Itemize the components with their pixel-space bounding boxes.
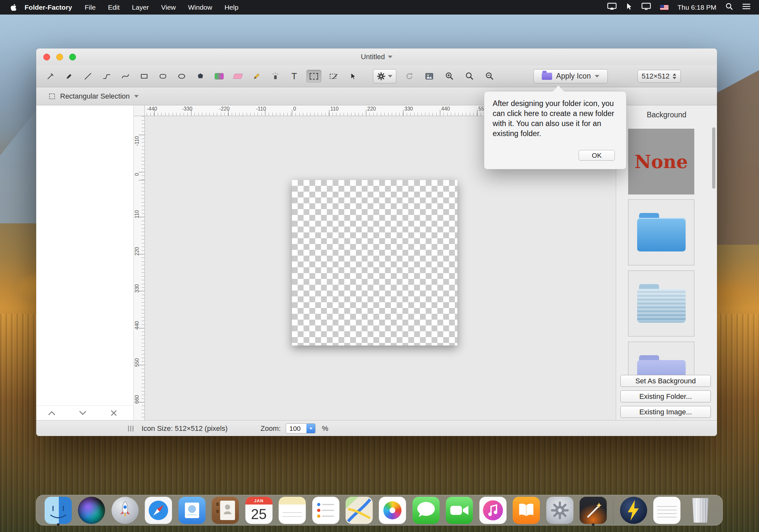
panel-resize-grip[interactable] bbox=[128, 421, 134, 436]
spotlight-search-icon[interactable] bbox=[725, 3, 733, 12]
mail-icon bbox=[179, 497, 206, 524]
text-tool-button[interactable]: T bbox=[288, 70, 300, 83]
airplay-display-icon[interactable] bbox=[607, 3, 617, 12]
folder-factory-window: Untitled bbox=[36, 49, 717, 436]
dock-item-photos[interactable] bbox=[379, 497, 406, 525]
popover-ok-button[interactable]: OK bbox=[579, 150, 615, 161]
photos-flower bbox=[383, 501, 401, 519]
h-ruler-label: -220 bbox=[219, 106, 229, 112]
dock-item-notes[interactable] bbox=[279, 497, 306, 525]
existing-folder-button[interactable]: Existing Folder... bbox=[620, 391, 711, 402]
selection-mode-label[interactable]: Rectangular Selection bbox=[60, 92, 130, 100]
menu-clock[interactable]: Thu 6:18 PM bbox=[678, 4, 716, 11]
dock-item-reminders[interactable] bbox=[312, 497, 340, 525]
rectangle-tool-button[interactable] bbox=[138, 70, 151, 83]
display-icon[interactable] bbox=[641, 3, 651, 12]
brush-tool-button[interactable] bbox=[63, 70, 76, 83]
window-title: Untitled bbox=[361, 53, 385, 61]
chevron-down-icon[interactable] bbox=[134, 95, 139, 97]
dock-item-siri[interactable] bbox=[78, 497, 105, 525]
chevron-down-icon bbox=[388, 75, 392, 78]
rectangular-selection-tool-button[interactable] bbox=[306, 70, 321, 83]
menu-file[interactable]: File bbox=[79, 4, 102, 11]
calendar-icon: JAN 25 bbox=[245, 497, 272, 524]
transparent-canvas[interactable] bbox=[292, 180, 458, 346]
gradient-tool-button[interactable] bbox=[213, 70, 226, 83]
background-thumb-blue-folder[interactable] bbox=[628, 200, 694, 265]
zoom-in-button[interactable] bbox=[442, 69, 457, 83]
menu-help[interactable]: Help bbox=[218, 4, 244, 11]
dock-item-ibooks[interactable] bbox=[513, 497, 540, 525]
rotate-button[interactable] bbox=[402, 69, 416, 83]
move-layer-up-button[interactable] bbox=[36, 409, 67, 417]
dock-item-maps[interactable] bbox=[345, 497, 373, 525]
dock-item-facetime[interactable] bbox=[446, 497, 473, 525]
dock-item-contacts[interactable] bbox=[212, 497, 239, 525]
dock-item-itunes[interactable] bbox=[479, 497, 506, 525]
curve-tool-button[interactable] bbox=[119, 70, 132, 83]
ellipse-tool-button[interactable] bbox=[175, 70, 188, 83]
menu-window[interactable]: Window bbox=[182, 4, 219, 11]
photos-icon bbox=[379, 497, 406, 524]
blue-folder-icon bbox=[637, 218, 686, 251]
background-thumb-none[interactable]: None bbox=[628, 129, 694, 195]
dock-item-trash[interactable] bbox=[687, 497, 714, 525]
v-ruler-label: 330 bbox=[134, 284, 140, 293]
zoom-actual-button[interactable] bbox=[462, 69, 476, 83]
calendar-month: JAN bbox=[245, 497, 272, 505]
popover-text: After designing your folder icon, you ca… bbox=[484, 92, 626, 139]
zoom-dropdown-button[interactable] bbox=[306, 424, 315, 433]
apple-menu-icon[interactable] bbox=[10, 4, 18, 11]
h-ruler-label: 220 bbox=[367, 106, 376, 112]
menu-view[interactable]: View bbox=[155, 4, 182, 11]
background-thumb-textured-folder[interactable] bbox=[628, 271, 694, 336]
magic-selection-tool-button[interactable] bbox=[327, 70, 340, 83]
icon-size-stepper[interactable]: 512×512 bbox=[637, 70, 681, 83]
eraser-tool-button[interactable] bbox=[231, 70, 244, 83]
stepper-arrows-icon bbox=[672, 73, 677, 80]
title-chevron-icon[interactable] bbox=[388, 56, 392, 58]
remote-cursor-icon[interactable] bbox=[626, 3, 632, 12]
line-tool-button[interactable] bbox=[81, 70, 95, 83]
dock-item-calendar[interactable]: JAN 25 bbox=[245, 497, 272, 525]
marker-tool-button[interactable] bbox=[250, 70, 263, 83]
dock-item-messages[interactable] bbox=[413, 497, 440, 525]
us-flag-icon[interactable] bbox=[660, 5, 668, 10]
dock-item-safari[interactable] bbox=[145, 497, 172, 525]
zoom-out-button[interactable] bbox=[482, 69, 497, 83]
polygon-tool-button[interactable] bbox=[194, 70, 207, 83]
delete-layer-button[interactable] bbox=[98, 409, 129, 417]
pen-tool-button[interactable] bbox=[44, 70, 57, 83]
dock-item-system-preferences[interactable] bbox=[546, 497, 574, 525]
notification-center-icon[interactable] bbox=[742, 3, 751, 12]
insert-image-button[interactable] bbox=[422, 69, 436, 83]
menu-app-name[interactable]: Folder-Factory bbox=[22, 4, 79, 11]
set-as-background-button[interactable]: Set As Background bbox=[620, 375, 711, 387]
move-layer-down-button[interactable] bbox=[67, 409, 98, 417]
polyline-tool-button[interactable] bbox=[100, 70, 113, 83]
settings-dropdown-button[interactable] bbox=[373, 69, 396, 83]
chevron-down-icon bbox=[309, 428, 313, 430]
dock-item-folder-factory[interactable] bbox=[579, 497, 607, 525]
dock-item-launchpad[interactable] bbox=[111, 497, 139, 525]
dock-item-finder[interactable] bbox=[45, 497, 72, 525]
zoom-input[interactable]: 100 bbox=[286, 423, 315, 434]
zoom-value[interactable]: 100 bbox=[286, 424, 306, 433]
dock-item-textedit[interactable] bbox=[653, 497, 680, 525]
background-sidebar: Background None Set As Background Existi… bbox=[616, 105, 717, 420]
sidebar-scrollbar[interactable] bbox=[712, 127, 715, 189]
apply-icon-button[interactable]: Apply Icon bbox=[533, 69, 608, 83]
title-bar[interactable]: Untitled bbox=[36, 49, 717, 65]
menu-edit[interactable]: Edit bbox=[102, 4, 126, 11]
v-ruler-label: 440 bbox=[134, 321, 140, 330]
rounded-rectangle-tool-button[interactable] bbox=[156, 70, 169, 83]
maps-icon bbox=[345, 497, 373, 524]
dock-item-lightning-utility[interactable] bbox=[620, 497, 647, 525]
menu-layer[interactable]: Layer bbox=[126, 4, 155, 11]
existing-image-button[interactable]: Existing Image... bbox=[620, 406, 711, 418]
airbrush-tool-button[interactable] bbox=[269, 70, 282, 83]
menu-bar: Folder-Factory File Edit Layer View Wind… bbox=[0, 0, 759, 15]
dock-item-mail[interactable] bbox=[179, 497, 206, 525]
background-thumb-lavender-folder[interactable] bbox=[628, 342, 694, 377]
cursor-tool-button[interactable] bbox=[346, 70, 359, 83]
